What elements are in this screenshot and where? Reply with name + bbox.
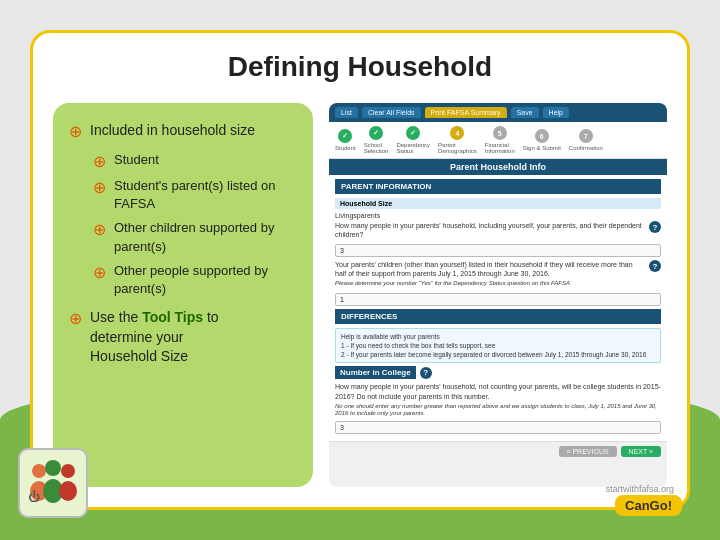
- step-student: ✓ Student: [335, 129, 356, 151]
- cango-text: CanGo!: [625, 498, 672, 513]
- svg-point-5: [59, 481, 77, 501]
- next-button[interactable]: NEXT »: [621, 446, 661, 457]
- fafsa-steps: ✓ Student ✓ SchoolSelection ✓ Dependency…: [329, 122, 667, 159]
- fafsa-number-college-note: No one should enter any number greater t…: [335, 403, 661, 419]
- bullet-included: ⊕ Included in household size: [69, 121, 297, 141]
- fafsa-section-title: PARENT INFORMATION: [335, 179, 661, 194]
- step-circle-4: 4: [450, 126, 464, 140]
- fafsa-section2-title: DIFFERENCES: [335, 309, 661, 324]
- step-label-2: SchoolSelection: [364, 142, 389, 154]
- bullet-tooltips: ⊕ Use the Tool Tips todetermine yourHous…: [69, 308, 297, 367]
- step-parent-demo: 4 ParentDemographics: [438, 126, 477, 154]
- startfafsa-brand: startwithfafsa.org: [605, 484, 674, 494]
- step-label-1: Student: [335, 145, 356, 151]
- prev-button[interactable]: « PREVIOUS: [559, 446, 617, 457]
- step-label-4: ParentDemographics: [438, 142, 477, 154]
- step-circle-3: ✓: [406, 126, 420, 140]
- step-circle-6: 6: [535, 129, 549, 143]
- left-panel: ⊕ Included in household size ⊕ Student ⊕…: [53, 103, 313, 487]
- info-point-2: 1 - If you need to check the box that te…: [341, 341, 655, 350]
- info-point-1: Help is available with your parents: [341, 332, 655, 341]
- sub-bullet-text-1: Student: [114, 151, 159, 169]
- main-card: Defining Household ⊕ Included in househo…: [30, 30, 690, 510]
- step-financial: 5 FinancialInformation: [485, 126, 515, 154]
- page-title: Defining Household: [33, 33, 687, 93]
- step-label-3: DependencyStatus: [396, 142, 430, 154]
- sub-bullet-text-3: Other children supported by parent(s): [114, 219, 297, 255]
- fafsa-body: PARENT INFORMATION Household Size Living…: [329, 175, 667, 441]
- sub-bullet-text-2: Student's parent(s) listed on FAFSA: [114, 177, 297, 213]
- fafsa-value3[interactable]: 3: [335, 421, 661, 434]
- fafsa-question2: Your parents' children (other than yours…: [335, 260, 645, 278]
- svg-point-2: [45, 460, 61, 476]
- fafsa-value1[interactable]: 3: [335, 244, 661, 257]
- fafsa-value2[interactable]: 1: [335, 293, 661, 306]
- people-icon-container: [18, 448, 88, 518]
- sub-bullet-icon-2: ⊕: [93, 178, 106, 197]
- step-label-5: FinancialInformation: [485, 142, 515, 154]
- sub-bullet-icon-3: ⊕: [93, 220, 106, 239]
- fafsa-info-box: Help is available with your parents 1 - …: [335, 328, 661, 363]
- sub-bullet-other-people: ⊕ Other people supported by parent(s): [93, 262, 297, 298]
- tab-list[interactable]: List: [335, 107, 358, 118]
- fafsa-header: List Clear All Fields Print FAFSA Summar…: [329, 103, 667, 122]
- fafsa-subsection: Household Size: [335, 198, 661, 209]
- sub-bullet-text-4: Other people supported by parent(s): [114, 262, 297, 298]
- help-icon-3[interactable]: ?: [420, 367, 432, 379]
- fafsa-label-living: Livingsparents: [335, 212, 661, 219]
- step-circle-1: ✓: [338, 129, 352, 143]
- number-in-college-row: Number in College ?: [335, 366, 661, 379]
- tooltip-highlight: Tool Tips: [142, 309, 203, 325]
- info-point-3: 2 - If your parents later become legally…: [341, 350, 655, 359]
- step-circle-7: 7: [579, 129, 593, 143]
- fafsa-form-panel: List Clear All Fields Print FAFSA Summar…: [329, 103, 667, 487]
- step-school: ✓ SchoolSelection: [364, 126, 389, 154]
- svg-point-0: [32, 464, 46, 478]
- content-area: ⊕ Included in household size ⊕ Student ⊕…: [33, 93, 687, 497]
- step-label-6: Sign & Submit: [523, 145, 561, 151]
- fafsa-question2-row: Your parents' children (other than yours…: [335, 260, 661, 290]
- bullet-icon-2: ⊕: [69, 309, 82, 328]
- step-dependency: ✓ DependencyStatus: [396, 126, 430, 154]
- sub-bullet-list: ⊕ Student ⊕ Student's parent(s) listed o…: [93, 151, 297, 298]
- bullet-icon-1: ⊕: [69, 122, 82, 141]
- sub-bullet-icon-1: ⊕: [93, 152, 106, 171]
- form-title: Parent Household Info: [329, 159, 667, 175]
- fafsa-question1-row: How many people in your parents' househo…: [335, 221, 661, 241]
- cango-logo: CanGo!: [615, 495, 682, 516]
- tooltip-prefix: Use the: [90, 309, 142, 325]
- sub-bullet-other-children: ⊕ Other children supported by parent(s): [93, 219, 297, 255]
- step-sign: 6 Sign & Submit: [523, 129, 561, 151]
- svg-point-4: [61, 464, 75, 478]
- sub-bullet-icon-4: ⊕: [93, 263, 106, 282]
- tab-all-fields[interactable]: Clear All Fields: [362, 107, 421, 118]
- help-icon-2[interactable]: ?: [649, 260, 661, 272]
- power-icon[interactable]: ⏻: [28, 490, 40, 504]
- number-college-label: Number in College: [335, 366, 416, 379]
- tab-help[interactable]: Print FAFSA Summary: [425, 107, 507, 118]
- step-circle-2: ✓: [369, 126, 383, 140]
- bullet-text-1: Included in household size: [90, 121, 255, 141]
- fafsa-nav-buttons: « PREVIOUS NEXT »: [329, 441, 667, 461]
- fafsa-number-college-question: How many people in your parents' househo…: [335, 382, 661, 400]
- step-label-7: Confirmation: [569, 145, 603, 151]
- help-icon-1[interactable]: ?: [649, 221, 661, 233]
- tab-save[interactable]: Save: [511, 107, 539, 118]
- step-circle-5: 5: [493, 126, 507, 140]
- tab-help2[interactable]: Help: [543, 107, 569, 118]
- sub-bullet-parents: ⊕ Student's parent(s) listed on FAFSA: [93, 177, 297, 213]
- step-confirm: 7 Confirmation: [569, 129, 603, 151]
- fafsa-question1: How many people in your parents' househo…: [335, 221, 645, 239]
- fafsa-note: Please determine your number "Yes" for t…: [335, 280, 645, 288]
- bullet-text-2: Use the Tool Tips todetermine yourHouseh…: [90, 308, 219, 367]
- sub-bullet-student: ⊕ Student: [93, 151, 297, 171]
